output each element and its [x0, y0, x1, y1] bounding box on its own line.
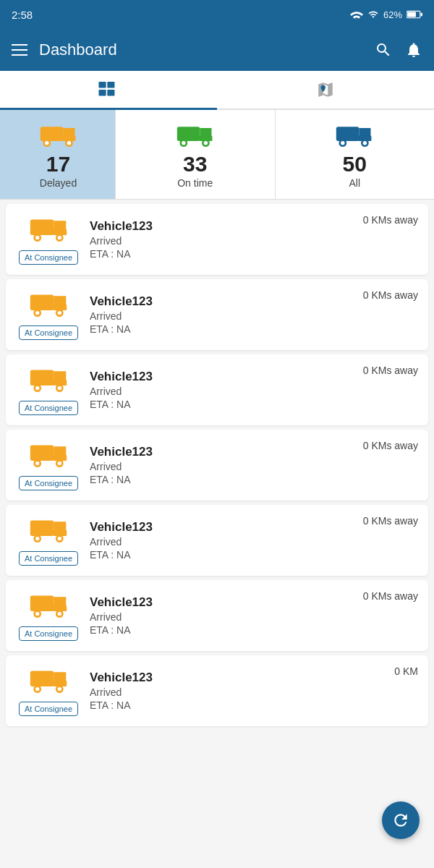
vehicle-card[interactable]: At Consignee Vehicle123 Arrived ETA : NA…: [6, 655, 428, 726]
vehicle-truck-icon: [29, 590, 68, 622]
vehicle-icon-area: At Consignee: [16, 440, 81, 490]
svg-point-56: [58, 461, 61, 465]
all-label: All: [349, 177, 360, 189]
vehicle-distance: 0 KMs away: [363, 440, 418, 451]
vehicle-distance: 0 KM: [394, 665, 418, 677]
svg-point-21: [203, 141, 207, 145]
navbar-actions: [375, 41, 422, 59]
vehicle-truck-icon: [29, 665, 68, 697]
vehicle-distance: 0 KMs away: [363, 289, 418, 301]
svg-rect-5: [98, 90, 106, 95]
vehicle-truck-icon: [29, 289, 68, 321]
delayed-count: 17: [46, 152, 70, 176]
vehicle-card[interactable]: At Consignee Vehicle123 Arrived ETA : NA…: [6, 204, 428, 275]
vehicle-status: Arrived: [90, 686, 418, 698]
svg-point-75: [35, 687, 39, 691]
vehicle-name: Vehicle123: [90, 671, 418, 685]
refresh-button[interactable]: [382, 801, 420, 839]
delayed-truck-icon: [39, 120, 78, 152]
at-consignee-badge: At Consignee: [19, 702, 78, 716]
svg-point-14: [67, 141, 70, 145]
vehicle-icon-area: At Consignee: [16, 365, 81, 415]
svg-point-42: [58, 311, 61, 315]
map-view-icon: [316, 80, 335, 99]
vehicle-icon-area: At Consignee: [16, 590, 81, 641]
svg-rect-6: [107, 90, 114, 95]
vehicle-eta: ETA : NA: [90, 399, 418, 410]
vehicle-eta: ETA : NA: [90, 624, 418, 636]
all-count: 50: [343, 152, 367, 176]
svg-point-54: [35, 461, 39, 465]
svg-point-63: [58, 537, 61, 540]
status-bar: 2:58 62%: [0, 0, 434, 29]
vehicle-icon-area: At Consignee: [16, 289, 81, 340]
svg-rect-3: [98, 82, 106, 88]
ontime-count: 33: [183, 152, 207, 176]
tab-list[interactable]: [0, 71, 217, 109]
ontime-truck-icon: [176, 120, 215, 152]
at-consignee-badge: At Consignee: [19, 626, 78, 641]
vehicle-status: Arrived: [90, 310, 418, 322]
at-consignee-badge: At Consignee: [19, 551, 78, 566]
svg-rect-36: [30, 294, 54, 310]
vehicle-eta: ETA : NA: [90, 699, 418, 711]
navbar: Dashboard: [0, 29, 434, 71]
vehicle-card[interactable]: At Consignee Vehicle123 Arrived ETA : NA…: [6, 430, 428, 501]
vehicle-status: Arrived: [90, 386, 418, 397]
vehicle-truck-icon: [29, 440, 68, 472]
vehicle-card[interactable]: At Consignee Vehicle123 Arrived ETA : NA…: [6, 580, 428, 651]
vehicle-eta: ETA : NA: [90, 549, 418, 561]
svg-rect-64: [30, 595, 54, 611]
svg-rect-1: [407, 12, 416, 17]
svg-point-35: [58, 236, 61, 239]
svg-point-70: [58, 612, 61, 616]
svg-rect-8: [40, 127, 63, 141]
summary-card-delayed[interactable]: 17 Delayed: [0, 110, 116, 199]
svg-rect-2: [421, 13, 422, 17]
at-consignee-badge: At Consignee: [19, 250, 78, 265]
status-time: 2:58: [12, 9, 33, 21]
tab-map[interactable]: [217, 71, 434, 109]
page-title: Dashboard: [39, 41, 363, 59]
vehicle-eta: ETA : NA: [90, 323, 418, 335]
vehicle-card[interactable]: At Consignee Vehicle123 Arrived ETA : NA…: [6, 505, 428, 576]
summary-card-all[interactable]: 50 All: [276, 110, 435, 199]
svg-point-26: [341, 141, 344, 145]
vehicle-distance: 0 KMs away: [363, 365, 418, 376]
vehicle-card[interactable]: At Consignee Vehicle123 Arrived ETA : NA…: [6, 354, 428, 425]
at-consignee-badge: At Consignee: [19, 401, 78, 415]
vehicle-distance: 0 KMs away: [363, 515, 418, 527]
vehicle-card[interactable]: At Consignee Vehicle123 Arrived ETA : NA…: [6, 279, 428, 350]
svg-rect-71: [30, 671, 54, 686]
svg-rect-43: [30, 370, 54, 386]
at-consignee-badge: At Consignee: [19, 326, 78, 340]
svg-rect-57: [30, 520, 54, 536]
delayed-label: Delayed: [40, 177, 77, 189]
svg-point-77: [58, 687, 61, 691]
search-icon[interactable]: [375, 41, 392, 59]
summary-card-ontime[interactable]: 33 On time: [116, 110, 276, 199]
svg-point-40: [35, 311, 39, 315]
signal-icon: [367, 9, 379, 20]
status-icons: 62%: [350, 9, 422, 20]
svg-rect-22: [336, 127, 359, 141]
menu-button[interactable]: [12, 44, 27, 56]
refresh-icon: [391, 811, 410, 830]
battery-icon: [407, 10, 422, 19]
svg-point-47: [35, 386, 39, 390]
svg-point-28: [363, 141, 367, 145]
vehicle-status: Arrived: [90, 461, 418, 472]
vehicle-distance: 0 KMs away: [363, 590, 418, 602]
ontime-label: On time: [177, 177, 213, 189]
svg-rect-50: [30, 445, 54, 461]
vehicle-status: Arrived: [90, 611, 418, 623]
vehicle-status: Arrived: [90, 235, 418, 247]
svg-point-49: [58, 386, 61, 390]
svg-rect-29: [30, 219, 54, 235]
svg-rect-4: [107, 82, 114, 88]
notification-icon[interactable]: [405, 41, 422, 59]
vehicle-truck-icon: [29, 365, 68, 396]
list-view-icon: [98, 82, 119, 98]
vehicle-distance: 0 KMs away: [363, 214, 418, 226]
svg-rect-15: [177, 127, 200, 141]
